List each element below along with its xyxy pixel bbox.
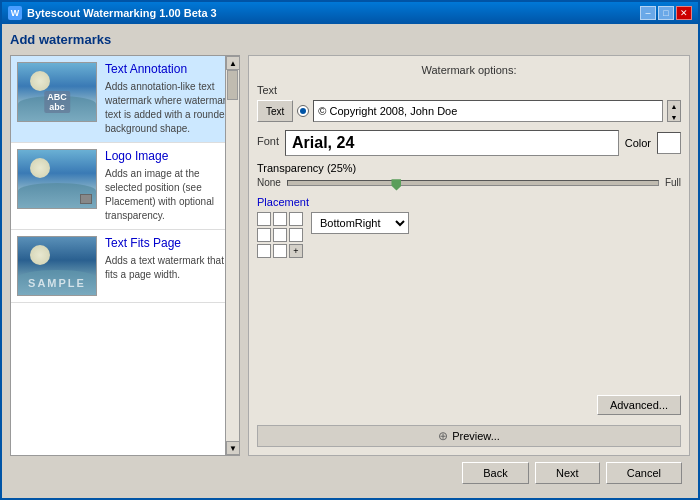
content-area: Add watermarks ABCabc Text Annotation — [2, 24, 698, 498]
text-section: Text Text ▲ ▼ — [257, 84, 681, 122]
options-title: Watermark options: — [257, 64, 681, 76]
slider-full-label: Full — [665, 177, 681, 188]
placement-cb-bl[interactable] — [257, 244, 271, 258]
scroll-down-button[interactable]: ▼ — [226, 441, 240, 455]
scroll-up-button[interactable]: ▲ — [226, 56, 240, 70]
placement-cb-custom[interactable]: + — [289, 244, 303, 258]
preview-label: Preview... — [452, 430, 500, 442]
title-bar-left: W Bytescout Watermarking 1.00 Beta 3 — [8, 6, 217, 20]
cancel-button[interactable]: Cancel — [606, 462, 682, 484]
text-row: Text ▲ ▼ — [257, 100, 681, 122]
text-button[interactable]: Text — [257, 100, 293, 122]
close-button[interactable]: ✕ — [676, 6, 692, 20]
transparency-label: Transparency (25%) — [257, 162, 681, 174]
placement-cb-tc[interactable] — [273, 212, 287, 226]
text-input[interactable] — [313, 100, 663, 122]
preview-icon: ⊕ — [438, 429, 448, 443]
placement-dropdown-area: BottomRight TopLeft TopCenter TopRight M… — [311, 212, 409, 234]
preview-bar[interactable]: ⊕ Preview... — [257, 425, 681, 447]
watermark-list: ABCabc Text Annotation Adds annotation-l… — [11, 56, 239, 455]
wm-name-2: Logo Image — [105, 149, 233, 163]
scroll-track — [226, 70, 239, 441]
font-row: Font Arial, 24 Color — [257, 130, 681, 156]
thumb-moon-3 — [30, 245, 50, 265]
watermark-item-text-annotation[interactable]: ABCabc Text Annotation Adds annotation-l… — [11, 56, 239, 143]
wm-desc-2: Adds an image at the selected position (… — [105, 167, 233, 223]
wm-info-3: Text Fits Page Adds a text watermark tha… — [105, 236, 233, 296]
placement-cb-mr[interactable] — [289, 228, 303, 242]
bottom-bar: Back Next Cancel — [10, 456, 690, 490]
wm-name-3: Text Fits Page — [105, 236, 233, 250]
watermark-list-container: ABCabc Text Annotation Adds annotation-l… — [10, 55, 240, 456]
app-window: W Bytescout Watermarking 1.00 Beta 3 – □… — [0, 0, 700, 500]
placement-checkboxes: + — [257, 212, 303, 258]
advanced-button[interactable]: Advanced... — [597, 395, 681, 415]
thumb-sample-text: SAMPLE — [28, 277, 86, 289]
minimize-button[interactable]: – — [640, 6, 656, 20]
scroll-thumb[interactable] — [227, 70, 238, 100]
placement-cb-tr[interactable] — [289, 212, 303, 226]
placement-cb-ml[interactable] — [257, 228, 271, 242]
font-label: Font — [257, 135, 279, 147]
slider-none-label: None — [257, 177, 281, 188]
page-title: Add watermarks — [10, 32, 690, 47]
next-button[interactable]: Next — [535, 462, 600, 484]
radio-dot[interactable] — [297, 105, 309, 117]
placement-cb-bc[interactable] — [273, 244, 287, 258]
placement-grid: + BottomRight TopLeft TopCenter TopRight… — [257, 212, 681, 258]
list-scrollbar: ▲ ▼ — [225, 56, 239, 455]
thumb-abc-label: ABCabc — [44, 91, 70, 113]
text-scrollbar: ▲ ▼ — [667, 100, 681, 122]
maximize-button[interactable]: □ — [658, 6, 674, 20]
wm-info-2: Logo Image Adds an image at the selected… — [105, 149, 233, 223]
advanced-row: Advanced... — [257, 395, 681, 415]
options-panel: Watermark options: Text Text ▲ ▼ — [248, 55, 690, 456]
placement-select[interactable]: BottomRight TopLeft TopCenter TopRight M… — [311, 212, 409, 234]
thumbnail-logo-image — [17, 149, 97, 209]
font-display[interactable]: Arial, 24 — [285, 130, 619, 156]
slider-row: None Full — [257, 177, 681, 188]
color-label: Color — [625, 137, 651, 149]
placement-section: Placement + — [257, 196, 681, 258]
back-button[interactable]: Back — [462, 462, 528, 484]
transparency-slider[interactable] — [287, 180, 659, 186]
transparency-section: Transparency (25%) None Full — [257, 162, 681, 188]
thumbnail-text-annotation: ABCabc — [17, 62, 97, 122]
wm-desc-3: Adds a text watermark that fits a page w… — [105, 254, 233, 282]
watermark-item-logo-image[interactable]: Logo Image Adds an image at the selected… — [11, 143, 239, 230]
placement-label: Placement — [257, 196, 681, 208]
placement-cb-tl[interactable] — [257, 212, 271, 226]
wm-desc-1: Adds annotation-like text watermark wher… — [105, 80, 233, 136]
title-controls: – □ ✕ — [640, 6, 692, 20]
wm-info-1: Text Annotation Adds annotation-like tex… — [105, 62, 233, 136]
text-section-label: Text — [257, 84, 681, 96]
app-icon: W — [8, 6, 22, 20]
color-picker[interactable] — [657, 132, 681, 154]
title-bar: W Bytescout Watermarking 1.00 Beta 3 – □… — [2, 2, 698, 24]
thumbnail-text-fits-page: SAMPLE — [17, 236, 97, 296]
wm-name-1: Text Annotation — [105, 62, 233, 76]
main-area: ABCabc Text Annotation Adds annotation-l… — [10, 55, 690, 456]
thumb-moon-2 — [30, 158, 50, 178]
thumb-moon-1 — [30, 71, 50, 91]
watermark-item-text-fits-page[interactable]: SAMPLE Text Fits Page Adds a text waterm… — [11, 230, 239, 303]
slider-thumb — [391, 175, 401, 191]
thumb-logo-icon — [80, 194, 92, 204]
placement-cb-mc[interactable] — [273, 228, 287, 242]
window-title: Bytescout Watermarking 1.00 Beta 3 — [27, 7, 217, 19]
